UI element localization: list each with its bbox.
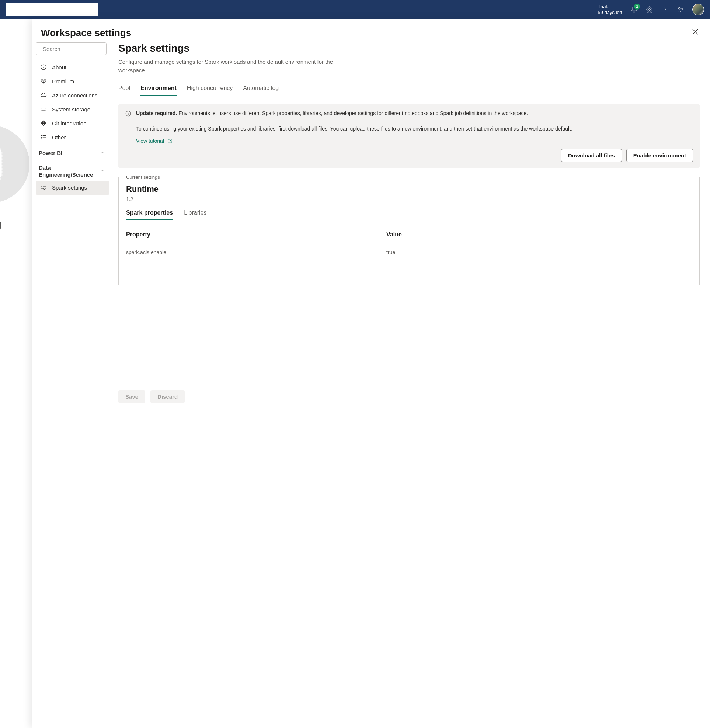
table-row: spark.acls.enable true [126, 243, 692, 262]
runtime-heading: Runtime [126, 184, 692, 194]
svg-point-9 [41, 135, 42, 136]
nav-section-data-eng[interactable]: Data Engineering/Science [36, 159, 110, 181]
info-icon [125, 110, 132, 117]
svg-point-13 [44, 188, 45, 189]
discard-button[interactable]: Discard [150, 390, 185, 403]
workspace-settings-panel: Workspace settings About Premium [32, 19, 710, 728]
cloud-icon [40, 92, 47, 99]
nav-azure-label: Azure connections [52, 92, 97, 99]
svg-point-1 [665, 12, 665, 12]
infobox-text2: To continue using your existing Spark pr… [136, 126, 572, 132]
panel-title: Workspace settings [41, 27, 131, 39]
chevron-up-icon [100, 168, 105, 174]
runtime-version: 1.2 [126, 196, 692, 202]
highlighted-runtime-box: Runtime 1.2 Spark properties Libraries P… [119, 178, 699, 273]
footer-actions: Save Discard [118, 381, 700, 403]
feedback-icon[interactable] [677, 6, 684, 13]
nav-premium[interactable]: Premium [36, 74, 110, 88]
page-heading: Spark settings [118, 43, 700, 54]
enable-environment-button[interactable]: Enable environment [626, 149, 693, 162]
svg-rect-7 [41, 108, 46, 110]
properties-table: Property Value spark.acls.enable true [126, 228, 692, 262]
nav-git-label: Git integration [52, 120, 86, 126]
settings-search-input[interactable] [43, 46, 113, 52]
col-property: Property [126, 228, 386, 243]
external-link-icon [167, 138, 173, 144]
nav-premium-label: Premium [52, 78, 74, 84]
notifications-icon[interactable]: 3 [630, 6, 638, 13]
list-icon [40, 134, 47, 141]
update-required-infobox: Update required. Environments let users … [118, 104, 700, 168]
save-button[interactable]: Save [118, 390, 145, 403]
settings-nav: About Premium Azure connections System s… [32, 43, 110, 728]
main-content: Spark settings Configure and manage sett… [110, 43, 710, 728]
col-value: Value [386, 228, 692, 243]
close-button[interactable] [691, 27, 700, 36]
notification-badge: 3 [634, 4, 640, 10]
cell-value: true [386, 243, 692, 262]
topbar-right: Trial: 59 days left 3 [598, 4, 704, 16]
sub-tabs: Spark properties Libraries [126, 209, 692, 220]
chevron-down-icon [100, 150, 105, 156]
nav-azure[interactable]: Azure connections [36, 88, 110, 102]
sliders-icon [40, 184, 47, 191]
topbar-left [6, 3, 98, 16]
nav-other-label: Other [52, 134, 66, 141]
paperclip-icon [0, 125, 29, 203]
tab-pool[interactable]: Pool [118, 85, 130, 96]
nav-powerbi-label: Power BI [39, 149, 62, 157]
trial-label: Trial: [598, 4, 623, 10]
nav-storage[interactable]: System storage [36, 102, 110, 116]
infobox-text1: Environments let users use different Spa… [178, 110, 528, 116]
nav-other[interactable]: Other [36, 130, 110, 144]
tab-environment[interactable]: Environment [141, 85, 177, 96]
nav-about-label: About [52, 64, 66, 71]
nav-about[interactable]: About [36, 60, 110, 74]
current-settings-fieldset: Current settings Runtime 1.2 Spark prope… [118, 174, 700, 285]
subtab-spark-properties[interactable]: Spark properties [126, 209, 173, 220]
settings-search[interactable] [36, 43, 107, 55]
settings-icon[interactable] [646, 6, 653, 13]
svg-point-3 [681, 9, 683, 10]
nav-spark-label: Spark settings [52, 184, 87, 191]
help-icon[interactable] [662, 6, 669, 13]
cell-property: spark.acls.enable [126, 243, 386, 262]
nav-spark-settings[interactable]: Spark settings [36, 181, 110, 195]
view-tutorial-label: View tutorial [136, 138, 164, 144]
nav-section-powerbi[interactable]: Power BI [36, 144, 110, 159]
svg-point-0 [649, 9, 651, 11]
tab-high-concurrency[interactable]: High concurrency [187, 85, 233, 96]
view-tutorial-link[interactable]: View tutorial [136, 138, 693, 144]
subtab-libraries[interactable]: Libraries [184, 209, 207, 220]
nav-git[interactable]: Git integration [36, 116, 110, 130]
panel-header: Workspace settings [32, 19, 710, 43]
nav-dataeng-label: Data Engineering/Science [39, 164, 98, 178]
svg-point-12 [42, 186, 43, 187]
info-icon [40, 64, 47, 71]
svg-point-10 [41, 137, 42, 138]
trial-info[interactable]: Trial: 59 days left [598, 4, 623, 15]
infobox-text: Update required. Environments let users … [136, 110, 572, 133]
tab-automatic-log[interactable]: Automatic log [243, 85, 279, 96]
git-icon [40, 120, 47, 126]
infobox-bold: Update required. [136, 110, 177, 116]
tabs: Pool Environment High concurrency Automa… [118, 85, 700, 96]
svg-point-2 [678, 7, 680, 9]
nav-storage-label: System storage [52, 106, 90, 112]
global-search-input[interactable] [6, 3, 98, 16]
storage-icon [40, 106, 47, 112]
avatar[interactable] [692, 4, 704, 16]
page-subtitle: Configure and manage settings for Spark … [118, 58, 347, 75]
top-bar: Trial: 59 days left 3 [0, 0, 710, 19]
diamond-icon [40, 78, 47, 84]
svg-point-8 [42, 109, 43, 110]
download-all-files-button[interactable]: Download all files [561, 149, 622, 162]
trial-days: 59 days left [598, 10, 623, 16]
svg-point-11 [41, 139, 42, 140]
